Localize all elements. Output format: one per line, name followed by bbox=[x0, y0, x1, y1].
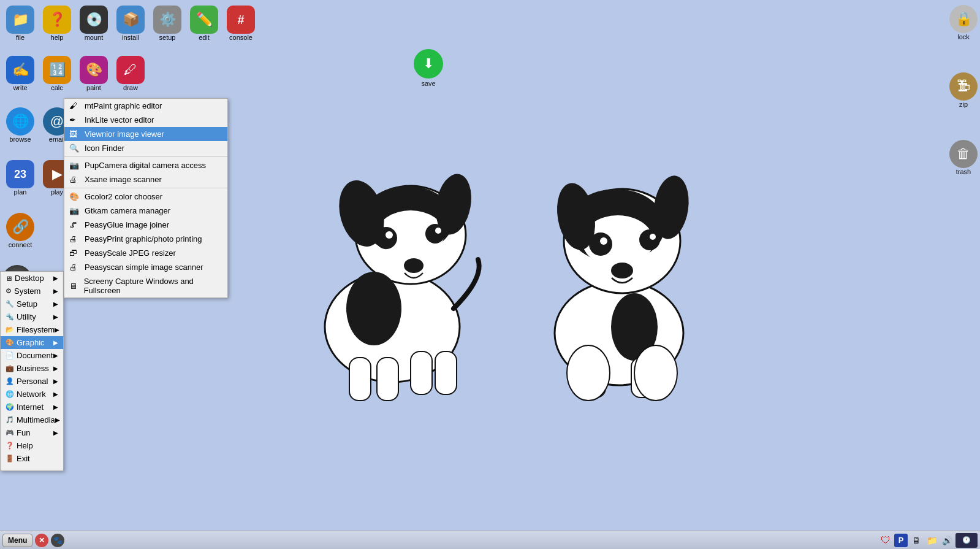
svg-point-11 bbox=[346, 272, 401, 345]
menu-item-internet[interactable]: 🌍 Internet ▶ bbox=[1, 401, 63, 413]
icon-write[interactable]: ✍ write bbox=[2, 54, 38, 93]
icon-zip[interactable]: 🗜 zip bbox=[949, 72, 978, 108]
icon-lock[interactable]: 🔒 lock bbox=[949, 5, 978, 40]
submenu-item-peasyscale[interactable]: 🗗 PeasyScale JPEG resizer bbox=[64, 246, 227, 260]
menu-item-setup[interactable]: 🔧 Setup ▶ bbox=[1, 298, 63, 310]
taskbar-clock: 🕐 bbox=[955, 533, 978, 548]
taskbar: Menu ✕ 🐾 🛡 P 🖥 📁 🔊 🕐 bbox=[0, 531, 980, 549]
icon-setup[interactable]: ⚙️ setup bbox=[150, 4, 185, 43]
icon-paint[interactable]: 🎨 paint bbox=[76, 54, 112, 93]
menu-item-business[interactable]: 💼 Business ▶ bbox=[1, 362, 63, 375]
menu-item-graphic[interactable]: 🎨 Graphic ▶ bbox=[1, 336, 63, 349]
taskbar-p-icon[interactable]: P bbox=[894, 534, 908, 547]
menu-item-utility[interactable]: 🔩 Utility ▶ bbox=[1, 310, 63, 323]
submenu-item-mtpaint[interactable]: 🖌 mtPaint graphic editor bbox=[64, 99, 227, 113]
menu-item-desktop[interactable]: 🖥 Desktop ▶ bbox=[1, 272, 63, 285]
svg-point-6 bbox=[375, 227, 397, 249]
submenu-item-iconfinder[interactable]: 🔍 Icon Finder bbox=[64, 141, 227, 155]
submenu-item-inklite[interactable]: ✒ InkLite vector editor bbox=[64, 113, 227, 127]
svg-rect-14 bbox=[411, 351, 432, 394]
submenu-item-viewnior[interactable]: 🖼 Viewnior image viewer bbox=[64, 127, 227, 141]
context-menu: 🖥 Desktop ▶ ⚙ System ▶ 🔧 Setup ▶ 🔩 Utili… bbox=[0, 271, 228, 471]
menu-item-help[interactable]: ❓ Help bbox=[1, 439, 63, 452]
icon-plan[interactable]: 23 plan bbox=[2, 158, 38, 198]
icon-calc[interactable]: 🔢 calc bbox=[39, 54, 75, 93]
icon-mount[interactable]: 💿 mount bbox=[76, 4, 112, 43]
svg-point-23 bbox=[639, 229, 660, 250]
icon-draw[interactable]: 🖊 draw bbox=[113, 54, 148, 93]
desktop-icons-row2: ✍ write 🔢 calc 🎨 paint 🖊 draw bbox=[2, 54, 148, 93]
submenu-item-pupcamera[interactable]: 📷 PupCamera digital camera access bbox=[64, 158, 227, 172]
main-menu: 🖥 Desktop ▶ ⚙ System ▶ 🔧 Setup ▶ 🔩 Utili… bbox=[0, 271, 64, 471]
icon-help[interactable]: ❓ help bbox=[39, 4, 75, 43]
icon-browse[interactable]: 🌐 browse bbox=[2, 106, 38, 145]
menu-item-network[interactable]: 🌐 Network ▶ bbox=[1, 388, 63, 401]
submenu-item-screeny[interactable]: 🖥 Screeny Capture Windows and Fullscreen bbox=[64, 274, 227, 298]
dog-right bbox=[515, 118, 723, 413]
dog-left bbox=[288, 118, 496, 413]
right-icons: 🔒 lock 🗜 zip 🗑 trash bbox=[949, 5, 978, 175]
svg-rect-12 bbox=[349, 358, 371, 401]
icon-connect[interactable]: 🔗 connect bbox=[2, 211, 38, 250]
icon-trash[interactable]: 🗑 trash bbox=[949, 140, 978, 175]
icon-file[interactable]: 📁 file bbox=[2, 4, 38, 43]
submenu-item-xsane[interactable]: 🖨 Xsane image scanner bbox=[64, 172, 227, 186]
icon-edit[interactable]: ✏️ edit bbox=[186, 4, 222, 43]
graphic-submenu: 🖌 mtPaint graphic editor ✒ InkLite vecto… bbox=[64, 98, 228, 298]
taskbar-monitor-icon[interactable]: 🖥 bbox=[910, 534, 923, 547]
submenu-item-peasyprint[interactable]: 🖨 PeasyPrint graphic/photo printing bbox=[64, 232, 227, 246]
submenu-item-peasyscan[interactable]: 🖨 Peasyscan simple image scanner bbox=[64, 260, 227, 274]
menu-item-multimedia[interactable]: 🎵 Multimedia ▶ bbox=[1, 413, 63, 426]
menu-item-system[interactable]: ⚙ System ▶ bbox=[1, 285, 63, 298]
svg-point-30 bbox=[567, 345, 610, 401]
taskbar-puppy-icon[interactable]: 🐾 bbox=[51, 534, 64, 547]
taskbar-folder-icon[interactable]: 📁 bbox=[925, 534, 938, 547]
icon-install[interactable]: 📦 install bbox=[113, 4, 148, 43]
svg-point-7 bbox=[425, 224, 445, 244]
save-label: save bbox=[421, 80, 435, 87]
menu-item-personal[interactable]: 👤 Personal ▶ bbox=[1, 375, 63, 388]
submenu-item-peasyglue[interactable]: 🖇 PeasyGlue image joiner bbox=[64, 218, 227, 232]
svg-point-10 bbox=[404, 258, 424, 273]
svg-point-31 bbox=[634, 345, 677, 401]
submenu-item-gcolor2[interactable]: 🎨 Gcolor2 color chooser bbox=[64, 190, 227, 204]
svg-point-25 bbox=[650, 234, 656, 240]
svg-rect-13 bbox=[377, 358, 398, 401]
submenu-item-gtkam[interactable]: 📷 Gtkam camera manager bbox=[64, 204, 227, 218]
svg-rect-15 bbox=[435, 351, 457, 394]
taskbar-menu-button[interactable]: Menu bbox=[2, 534, 32, 547]
menu-item-exit[interactable]: 🚪 Exit bbox=[1, 452, 63, 465]
svg-point-26 bbox=[611, 263, 633, 278]
svg-point-24 bbox=[600, 237, 607, 245]
taskbar-shield-icon[interactable]: 🛡 bbox=[879, 534, 892, 547]
menu-item-fun[interactable]: 🎮 Fun ▶ bbox=[1, 426, 63, 439]
menu-item-document[interactable]: 📄 Document ▶ bbox=[1, 349, 63, 362]
icon-console[interactable]: # console bbox=[223, 4, 259, 43]
svg-point-9 bbox=[435, 228, 441, 234]
menu-item-filesystem[interactable]: 📂 Filesystem ▶ bbox=[1, 323, 63, 336]
save-desktop-icon[interactable]: ⬇ save bbox=[414, 49, 443, 87]
taskbar-close-button[interactable]: ✕ bbox=[35, 534, 48, 547]
svg-point-8 bbox=[386, 231, 393, 239]
taskbar-volume-icon[interactable]: 🔊 bbox=[940, 534, 954, 547]
desktop-icons-row1: 📁 file ❓ help 💿 mount 📦 install ⚙️ setup… bbox=[2, 4, 259, 43]
svg-point-22 bbox=[589, 232, 612, 256]
